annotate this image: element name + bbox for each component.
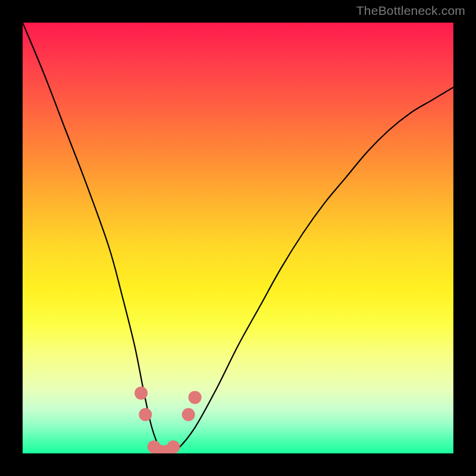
- marker-dot: [134, 387, 148, 400]
- chart-frame: TheBottleneck.com: [0, 0, 476, 476]
- marker-dot: [189, 391, 202, 404]
- marker-dot: [139, 408, 152, 421]
- watermark-text: TheBottleneck.com: [356, 4, 465, 18]
- marker-dot: [167, 440, 180, 453]
- chart-plot-area: [23, 23, 453, 453]
- chart-svg: [23, 23, 453, 453]
- curve-markers: [134, 387, 202, 453]
- marker-dot: [182, 408, 195, 421]
- bottleneck-curve: [23, 23, 453, 453]
